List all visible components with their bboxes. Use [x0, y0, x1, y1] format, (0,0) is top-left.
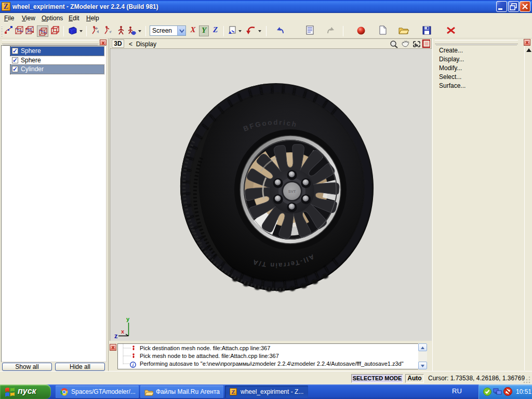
- svg-text:z: z: [114, 332, 118, 340]
- svg-text:SVT: SVT: [288, 189, 296, 194]
- svg-text:y: y: [126, 316, 130, 322]
- svg-text:x: x: [121, 328, 125, 335]
